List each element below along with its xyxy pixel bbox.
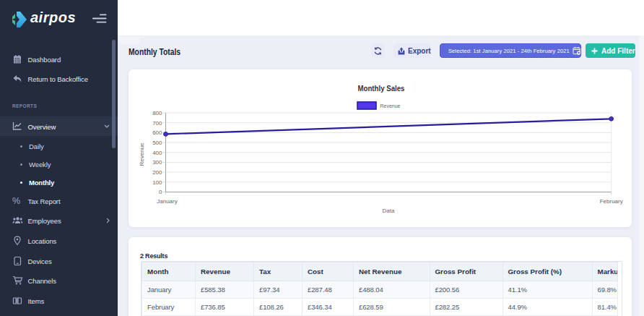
svg-text:200: 200	[152, 169, 162, 176]
svg-text:100: 100	[152, 179, 162, 186]
svg-text:February: February	[600, 198, 623, 205]
svg-text:Revenue: Revenue	[139, 142, 145, 166]
svg-text:Monthly Sales: Monthly Sales	[358, 84, 405, 93]
svg-text:700: 700	[152, 120, 162, 127]
svg-text:300: 300	[152, 159, 162, 166]
svg-text:400: 400	[152, 150, 162, 156]
svg-text:Revenue: Revenue	[380, 103, 401, 109]
svg-text:Data: Data	[383, 208, 395, 214]
svg-text:800: 800	[152, 110, 162, 116]
svg-text:500: 500	[152, 140, 162, 146]
svg-text:January: January	[157, 198, 177, 205]
svg-text:0: 0	[159, 189, 162, 195]
svg-text:600: 600	[152, 129, 162, 136]
